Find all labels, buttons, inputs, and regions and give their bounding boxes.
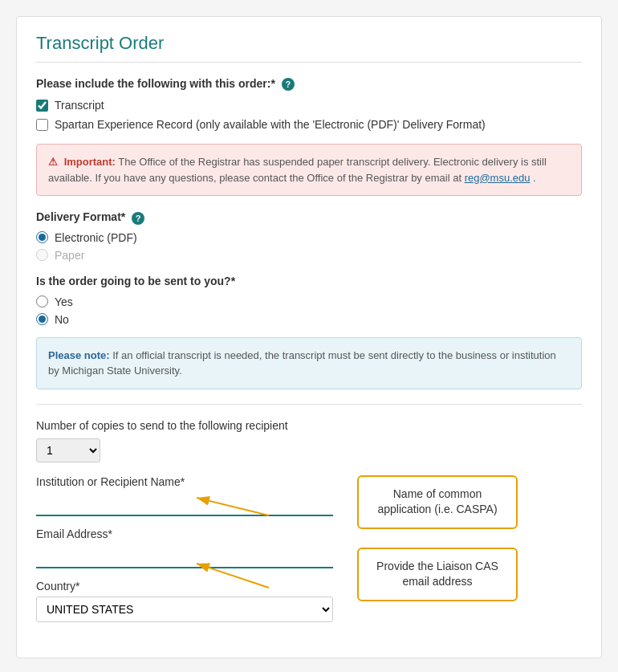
yes-radio-row: Yes: [36, 295, 582, 308]
no-radio[interactable]: [36, 313, 48, 325]
copies-label: Number of copies to send to the followin…: [36, 419, 582, 432]
sent-to-you-label: Is the order going to be sent to you?*: [36, 275, 582, 287]
delivery-section: Delivery Format* ? Electronic (PDF) Pape…: [36, 210, 582, 261]
email-label: Email Address*: [36, 527, 341, 540]
callout-area: Name of common application (i.e. CASPA) …: [357, 475, 582, 483]
callout-box-2: Provide the Liaison CAS email address: [357, 548, 518, 601]
transcript-checkbox[interactable]: [36, 100, 48, 112]
copies-select[interactable]: 1 2 3 4 5: [36, 438, 100, 462]
callout-2-text: Provide the Liaison CAS email address: [376, 560, 498, 589]
callout-box-1: Name of common application (i.e. CASPA): [357, 475, 518, 529]
institution-label: Institution or Recipient Name*: [36, 475, 341, 488]
form-left: Institution or Recipient Name* Email Add…: [36, 475, 341, 633]
yes-label: Yes: [55, 295, 73, 308]
reg-email-link[interactable]: reg@msu.edu: [465, 172, 531, 184]
yes-radio[interactable]: [36, 295, 48, 307]
spartan-row: Spartan Experience Record (only availabl…: [36, 118, 582, 131]
note-label: Please note:: [48, 349, 110, 361]
page-container: Transcript Order Please include the foll…: [16, 16, 602, 658]
country-select[interactable]: UNITED STATES: [36, 597, 333, 622]
callout-1-text: Name of common application (i.e. CASPA): [377, 487, 497, 516]
copies-section: Number of copies to send to the followin…: [36, 419, 582, 462]
institution-group: Institution or Recipient Name*: [36, 475, 341, 516]
electronic-radio[interactable]: [36, 231, 48, 243]
page-title: Transcript Order: [36, 33, 582, 63]
important-box: ⚠ Important: The Office of the Registrar…: [36, 144, 582, 196]
paper-label: Paper: [55, 249, 84, 262]
electronic-radio-row: Electronic (PDF): [36, 231, 582, 244]
transcript-label: Transcript: [55, 99, 104, 112]
divider: [36, 404, 582, 405]
institution-input[interactable]: [36, 492, 333, 516]
paper-radio[interactable]: [36, 249, 48, 261]
spartan-label: Spartan Experience Record (only availabl…: [55, 118, 486, 131]
note-box: Please note: If an official transcript i…: [36, 337, 582, 389]
country-label: Country*: [36, 580, 341, 593]
include-section: Please include the following with this o…: [36, 77, 582, 131]
forms-wrapper: Institution or Recipient Name* Email Add…: [36, 475, 582, 633]
note-text: If an official transcript is needed, the…: [48, 349, 556, 377]
form-lower: Institution or Recipient Name* Email Add…: [36, 475, 582, 633]
sent-to-you-section: Is the order going to be sent to you?* Y…: [36, 275, 582, 326]
error-icon: ⚠: [48, 156, 58, 168]
electronic-label: Electronic (PDF): [55, 231, 137, 244]
delivery-label: Delivery Format* ?: [36, 210, 582, 224]
paper-radio-row: Paper: [36, 249, 582, 262]
important-suffix: .: [533, 172, 536, 184]
email-input[interactable]: [36, 544, 333, 568]
country-group: Country* UNITED STATES: [36, 580, 341, 622]
no-radio-row: No: [36, 313, 582, 326]
important-label: Important:: [64, 156, 116, 168]
no-label: No: [55, 313, 69, 326]
help-icon[interactable]: ?: [282, 78, 295, 91]
spartan-checkbox[interactable]: [36, 119, 48, 131]
include-label: Please include the following with this o…: [36, 77, 582, 91]
delivery-help-icon[interactable]: ?: [132, 212, 144, 225]
transcript-row: Transcript: [36, 99, 582, 112]
email-group: Email Address*: [36, 527, 341, 568]
